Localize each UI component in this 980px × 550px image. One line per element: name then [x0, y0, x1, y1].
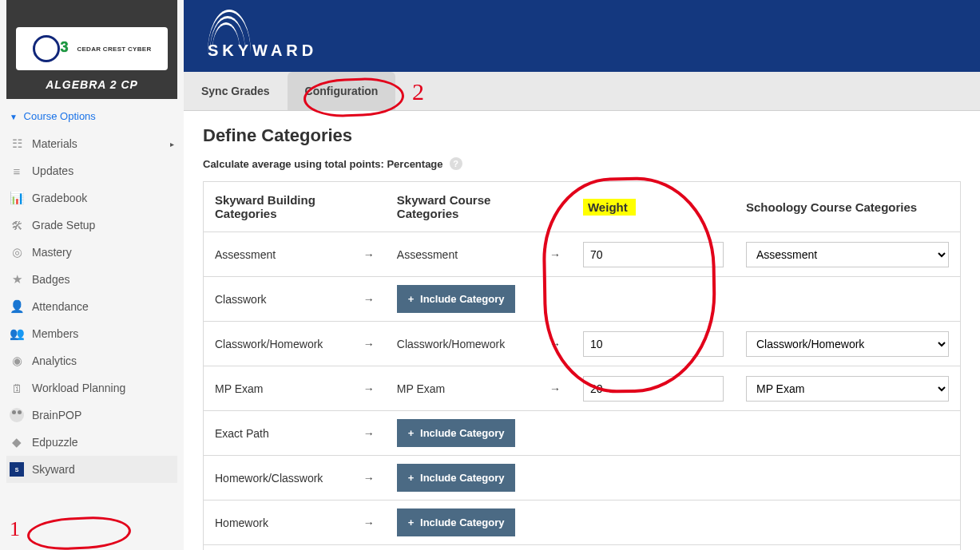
sidebar-item-label: Materials: [32, 137, 77, 150]
badges-icon: ★: [10, 272, 24, 287]
sidebar-item-label: Gradebook: [32, 192, 87, 204]
weight-input[interactable]: [583, 331, 724, 357]
course-category: Assessment: [386, 232, 538, 277]
materials-icon: ☷: [10, 137, 24, 151]
mastery-icon: ◎: [10, 245, 24, 259]
arrow-right-icon: →: [352, 322, 386, 366]
sidebar-item-analytics[interactable]: ◉Analytics: [6, 347, 177, 374]
course-category: + Include Category: [386, 277, 538, 322]
building-category: Assessment: [204, 232, 352, 277]
weight-input[interactable]: [583, 376, 724, 402]
sidebar-item-gradebook[interactable]: 📊Gradebook: [6, 184, 177, 212]
arrow-right-icon: →: [538, 366, 572, 411]
arrow-right-icon: →: [352, 501, 386, 545]
arrow-right-icon: [538, 545, 572, 551]
plus-icon: +: [408, 516, 415, 528]
workload-planning-icon: 🗓: [10, 381, 24, 395]
skyward-logo: SKYWARD: [208, 10, 980, 60]
edpuzzle-icon: ◆: [10, 435, 24, 449]
schoology-cell: [735, 545, 961, 551]
include-category-button[interactable]: + Include Category: [397, 419, 516, 447]
sidebar-item-materials[interactable]: ☷Materials▸: [6, 130, 177, 157]
schoology-category-select[interactable]: MP Exam: [746, 376, 949, 402]
schoology-cell: Assessment: [735, 232, 961, 277]
sidebar-item-workload-planning[interactable]: 🗓Workload Planning: [6, 374, 177, 402]
arrow-right-icon: →: [352, 277, 386, 322]
analytics-icon: ◉: [10, 354, 24, 368]
table-row: Exact Path→+ Include Category: [204, 411, 961, 456]
building-category: MP Exam: [204, 366, 352, 411]
sidebar-item-skyward[interactable]: SSkyward: [6, 456, 177, 483]
sidebar-item-members[interactable]: 👥Members: [6, 320, 177, 347]
sidebar-item-label: Updates: [32, 164, 73, 177]
building-category: Independent Reading: [204, 545, 352, 551]
course-title: ALGEBRA 2 CP: [16, 78, 168, 91]
table-row: Classwork/Homework→Classwork/Homework→Cl…: [204, 322, 961, 366]
sidebar-item-label: Mastery: [32, 246, 72, 259]
table-row: MP Exam→MP Exam→MP Exam: [204, 366, 961, 411]
col-building: Skyward Building Categories: [204, 182, 352, 232]
arrow-right-icon: [538, 411, 572, 456]
course-category: MP Exam: [386, 366, 538, 411]
course-category: Classwork/Homework: [386, 322, 538, 366]
col-arrow-2: [538, 182, 572, 232]
plus-icon: +: [408, 472, 415, 484]
col-schoology: Schoology Course Categories: [735, 182, 961, 232]
sidebar-item-updates[interactable]: ≡Updates: [6, 157, 177, 184]
sidebar-item-badges[interactable]: ★Badges: [6, 266, 177, 293]
course-options-label: Course Options: [24, 110, 96, 122]
building-category: Classwork/Homework: [204, 322, 352, 366]
skyward-wordmark: SKYWARD: [208, 42, 980, 60]
col-arrow-1: [352, 182, 386, 232]
sidebar-nav: ☷Materials▸≡Updates📊Gradebook🛠Grade Setu…: [6, 130, 177, 483]
gradebook-icon: 📊: [10, 191, 24, 205]
schoology-category-select[interactable]: Classwork/Homework: [746, 331, 949, 357]
building-category: Homework/Classwork: [204, 456, 352, 501]
caret-down-icon: ▼: [10, 113, 18, 121]
logo-circle-icon: [33, 35, 60, 62]
sidebar-item-edpuzzle[interactable]: ◆Edpuzzle: [6, 429, 177, 456]
skyward-arcs-icon: [208, 10, 256, 40]
include-category-button[interactable]: + Include Category: [397, 508, 516, 536]
schoology-category-select[interactable]: Assessment: [746, 242, 949, 267]
sidebar-item-label: Analytics: [32, 354, 77, 367]
include-category-button[interactable]: + Include Category: [397, 285, 516, 313]
skyward-icon: S: [10, 462, 24, 477]
sidebar-item-grade-setup[interactable]: 🛠Grade Setup: [6, 212, 177, 239]
sidebar-item-brainpop[interactable]: BrainPOP: [6, 402, 177, 429]
weight-cell: [572, 232, 735, 277]
sidebar-item-label: Edpuzzle: [32, 436, 78, 449]
sidebar-item-attendance[interactable]: 👤Attendance: [6, 293, 177, 320]
schoology-cell: [735, 456, 961, 501]
tab-configuration[interactable]: Configuration: [288, 72, 396, 110]
sidebar-item-label: Attendance: [32, 300, 89, 313]
col-course: Skyward Course Categories: [386, 182, 538, 232]
schoology-cell: Classwork/Homework: [735, 322, 961, 366]
arrow-right-icon: →: [352, 366, 386, 411]
weight-cell: [572, 501, 735, 545]
grade-setup-icon: 🛠: [10, 218, 24, 232]
table-row: Homework→+ Include Category: [204, 501, 961, 545]
help-icon[interactable]: ?: [450, 157, 462, 170]
weight-cell: [572, 322, 735, 366]
arrow-right-icon: →: [352, 456, 386, 501]
schoology-cell: [735, 411, 961, 456]
include-category-button[interactable]: + Include Category: [397, 464, 516, 492]
course-options-link[interactable]: ▼ Course Options: [6, 105, 177, 130]
arrow-right-icon: →: [352, 411, 386, 456]
weight-input[interactable]: [583, 242, 724, 267]
sidebar: CEDAR CREST CYBER ALGEBRA 2 CP ▼ Course …: [0, 0, 184, 550]
arrow-right-icon: →: [352, 232, 386, 277]
course-category: + Include Category: [386, 545, 538, 551]
building-category: Classwork: [204, 277, 352, 322]
building-category: Exact Path: [204, 411, 352, 456]
table-row: Independent Reading→+ Include Category: [204, 545, 961, 551]
tab-sync-grades[interactable]: Sync Grades: [184, 72, 288, 110]
sidebar-item-label: Skyward: [32, 463, 75, 476]
tabs-bar: Sync Grades Configuration: [184, 72, 980, 111]
table-row: Homework/Classwork→+ Include Category: [204, 456, 961, 501]
table-row: Classwork→+ Include Category: [204, 277, 961, 322]
content: Define Categories Calculate average usin…: [184, 111, 980, 550]
schoology-cell: [735, 277, 961, 322]
sidebar-item-mastery[interactable]: ◎Mastery: [6, 239, 177, 266]
